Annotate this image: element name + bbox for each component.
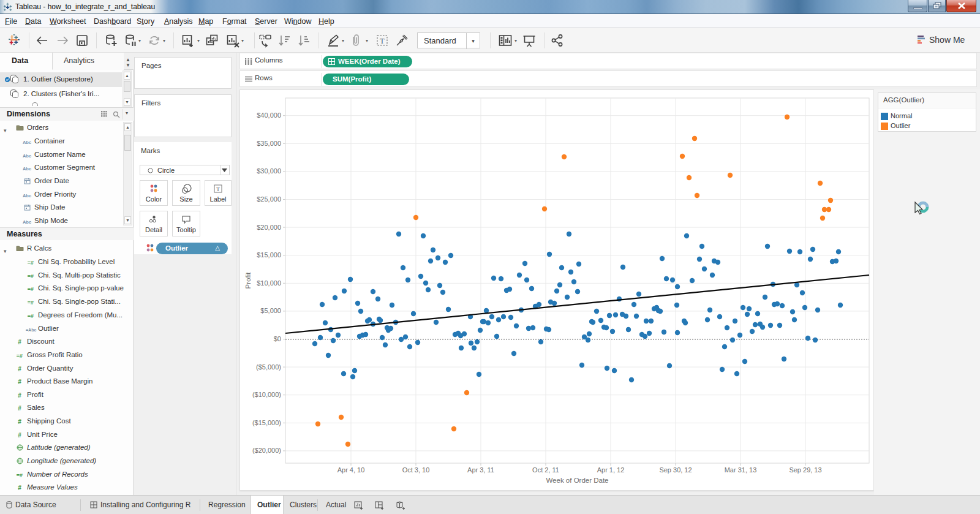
svg-text:T: T [380, 37, 385, 45]
svg-text:$30,000: $30,000 [257, 167, 281, 175]
svg-text:($15,000): ($15,000) [252, 419, 281, 426]
svg-text:$25,000: $25,000 [257, 195, 281, 203]
svg-text:($5,000): ($5,000) [256, 363, 281, 371]
svg-text:$20,000: $20,000 [257, 224, 281, 231]
svg-text:$5,000: $5,000 [260, 307, 281, 314]
svg-text:($10,000): ($10,000) [252, 391, 281, 398]
svg-text:Mar 31, 13: Mar 31, 13 [725, 466, 757, 474]
svg-text:Apr 4, 10: Apr 4, 10 [337, 466, 365, 474]
svg-text:Oct 2, 11: Oct 2, 11 [532, 466, 559, 474]
svg-text:Profit: Profit [244, 272, 252, 289]
svg-text:Week of Order Date: Week of Order Date [546, 477, 608, 484]
svg-text:$40,000: $40,000 [257, 111, 281, 119]
svg-text:($20,000): ($20,000) [252, 447, 281, 454]
svg-text:$10,000: $10,000 [257, 279, 281, 287]
svg-text:Apr 1, 12: Apr 1, 12 [597, 466, 625, 474]
svg-text:T: T [216, 186, 220, 192]
svg-text:Oct 3, 10: Oct 3, 10 [402, 466, 430, 474]
svg-text:$35,000: $35,000 [257, 140, 281, 147]
svg-text:$15,000: $15,000 [257, 251, 281, 259]
svg-text:Sep 30, 12: Sep 30, 12 [659, 466, 692, 474]
svg-text:$0: $0 [274, 335, 281, 342]
svg-text:Apr 3, 11: Apr 3, 11 [467, 466, 494, 474]
svg-text:Sep 29, 13: Sep 29, 13 [789, 466, 821, 474]
